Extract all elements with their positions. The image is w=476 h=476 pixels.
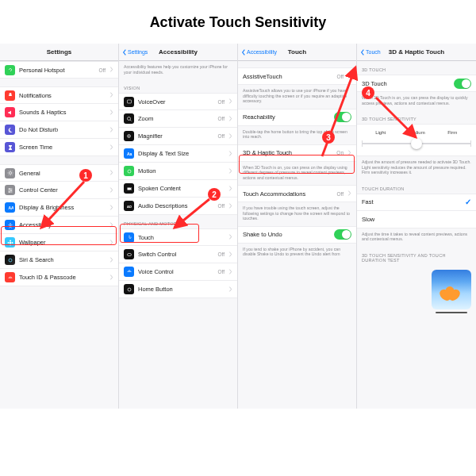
preview-image[interactable]	[432, 270, 471, 309]
callout-4: 4	[362, 86, 374, 99]
row-label: Audio Descriptions	[138, 202, 213, 209]
row-voiceover[interactable]: VoiceOverOff	[119, 93, 237, 110]
chevron-right-icon	[228, 116, 232, 122]
row-notifications[interactable]: Notifications	[0, 86, 118, 104]
chevron-right-icon	[109, 144, 113, 151]
svg-point-2	[10, 190, 12, 191]
sensitivity-segmented[interactable]: Light Medium Firm	[362, 128, 471, 137]
row-3d-haptic-touch[interactable]: 3D & Haptic TouchOn	[238, 144, 356, 162]
chevron-right-icon	[347, 190, 351, 197]
row-label: Motion	[138, 167, 225, 175]
row-label: 3D Touch	[362, 80, 450, 87]
page-title: Activate Touch Sensitivity	[0, 14, 476, 31]
3d-touch-desc: When 3D Touch is on, you can press the d…	[357, 92, 476, 110]
row-value: Off	[217, 203, 225, 209]
fingerprint-icon	[5, 272, 15, 282]
row-zoom[interactable]: ZoomOff	[119, 110, 237, 128]
preview-area[interactable]	[362, 270, 471, 313]
row-home-button[interactable]: Home Button	[119, 281, 237, 298]
bell-icon	[5, 90, 15, 101]
chevron-right-icon	[109, 67, 113, 73]
row-motion[interactable]: Motion	[119, 163, 237, 180]
svg-point-19	[128, 288, 131, 291]
back-button[interactable]: Touch	[360, 49, 381, 56]
svg-point-7	[10, 240, 11, 241]
siri-icon	[5, 255, 15, 265]
row-label: Control Center	[19, 186, 106, 194]
svg-rect-18	[127, 253, 131, 255]
row-label: Touch	[138, 234, 225, 241]
pane-settings: Settings Personal Hotspot Off Notificati…	[0, 44, 119, 409]
row-3d-touch-toggle[interactable]: 3D Touch	[357, 75, 476, 92]
row-sounds-haptics[interactable]: Sounds & Haptics	[0, 104, 118, 121]
audio-desc-icon: AD	[124, 201, 134, 211]
zoom-icon	[124, 113, 134, 124]
reachability-desc: Double-tap the home button to bring the …	[238, 126, 356, 144]
row-control-center[interactable]: Control Center	[0, 182, 118, 199]
reachability-toggle[interactable]	[334, 112, 351, 122]
row-label: Switch Control	[138, 251, 213, 258]
row-siri-search[interactable]: Siri & Search	[0, 251, 118, 269]
row-display-text-size[interactable]: AaDisplay & Text Size	[119, 145, 237, 163]
back-button[interactable]: Settings	[122, 49, 148, 56]
row-slow[interactable]: Slow	[357, 211, 476, 228]
chevron-right-icon	[109, 205, 113, 211]
row-touchid-passcode[interactable]: Touch ID & Passcode	[0, 269, 118, 286]
sensitivity-slider[interactable]	[362, 137, 471, 150]
spoken-icon	[124, 183, 134, 194]
nav-title: Touch	[288, 48, 306, 56]
row-label: Touch Accommodations	[243, 190, 332, 198]
speaker-icon	[5, 107, 15, 117]
back-button[interactable]: Accessibility	[241, 49, 277, 56]
seg-light[interactable]: Light	[363, 129, 398, 136]
row-shake-undo[interactable]: Shake to Undo	[238, 226, 356, 244]
svg-text:Aa: Aa	[127, 152, 132, 156]
group-sensitivity: 3D TOUCH SENSITIVITY	[357, 110, 476, 124]
preview-handle	[436, 312, 467, 313]
row-accessibility[interactable]: Accessibility	[0, 217, 118, 234]
row-value: Off	[336, 191, 344, 197]
row-value: On	[336, 150, 344, 155]
3d-haptic-desc: When 3D Touch is on, you can press on th…	[238, 162, 356, 186]
row-magnifier[interactable]: MagnifierOff	[119, 128, 237, 145]
row-screen-time[interactable]: Screen Time	[0, 139, 118, 156]
row-audio-descriptions[interactable]: ADAudio DescriptionsOff	[119, 198, 237, 215]
callout-3: 3	[322, 131, 335, 144]
3d-touch-toggle[interactable]	[454, 79, 471, 89]
svg-point-3	[8, 191, 10, 193]
row-personal-hotspot[interactable]: Personal Hotspot Off	[0, 61, 118, 79]
row-assistivetouch[interactable]: AssistiveTouchOff	[238, 67, 356, 85]
svg-point-9	[7, 242, 9, 244]
text-size-icon: Aa	[124, 148, 134, 159]
row-display-brightness[interactable]: AA Display & Brightness	[0, 199, 118, 217]
seg-medium[interactable]: Medium	[398, 129, 434, 136]
row-touch-accommodations[interactable]: Touch AccommodationsOff	[238, 185, 356, 202]
chevron-right-icon	[228, 234, 232, 240]
sliders-icon	[5, 185, 15, 195]
seg-firm[interactable]: Firm	[435, 129, 470, 136]
svg-point-10	[11, 242, 13, 244]
row-wallpaper[interactable]: Wallpaper	[0, 234, 118, 251]
row-label: Wallpaper	[19, 239, 106, 246]
row-label: AssistiveTouch	[243, 73, 332, 80]
flower-icon	[5, 237, 15, 248]
row-fast[interactable]: Fast✓	[357, 194, 476, 211]
checkmark-icon: ✓	[465, 198, 471, 206]
row-label: Display & Text Size	[138, 150, 225, 157]
pane-touch: Accessibility Touch AssistiveTouchOff As…	[238, 44, 357, 409]
chevron-right-icon	[228, 151, 232, 157]
chevron-right-icon	[109, 92, 113, 98]
row-voice-control[interactable]: Voice ControlOff	[119, 263, 237, 281]
row-general[interactable]: General	[0, 164, 118, 182]
touch-icon	[124, 232, 134, 243]
row-do-not-disturb[interactable]: Do Not Disturb	[0, 121, 118, 139]
row-touch[interactable]: Touch	[119, 228, 237, 246]
shake-undo-toggle[interactable]	[334, 229, 351, 240]
row-label: Fast	[362, 198, 461, 205]
slider-thumb[interactable]	[411, 138, 422, 149]
row-reachability[interactable]: Reachability	[238, 109, 356, 126]
chevron-right-icon	[109, 222, 113, 228]
row-switch-control[interactable]: Switch ControlOff	[119, 246, 237, 263]
svg-point-0	[9, 172, 11, 175]
chevron-right-icon	[228, 269, 232, 275]
